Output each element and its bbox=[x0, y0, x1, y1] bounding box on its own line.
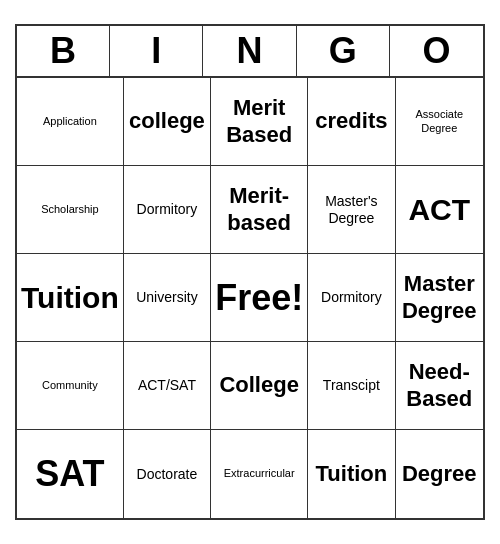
cell-text: Degree bbox=[402, 461, 477, 487]
cell-text: University bbox=[136, 289, 197, 306]
bingo-cell[interactable]: Dormitory bbox=[308, 254, 395, 342]
bingo-cell[interactable]: ACT bbox=[396, 166, 483, 254]
cell-text: college bbox=[129, 108, 205, 134]
bingo-cell[interactable]: Tuition bbox=[308, 430, 395, 518]
bingo-cell[interactable]: SAT bbox=[17, 430, 124, 518]
cell-text: Free! bbox=[215, 276, 303, 319]
bingo-cell[interactable]: Master Degree bbox=[396, 254, 483, 342]
cell-text: Doctorate bbox=[137, 466, 198, 483]
cell-text: Dormitory bbox=[321, 289, 382, 306]
bingo-cell[interactable]: Merit-based bbox=[211, 166, 308, 254]
cell-text: Need-Based bbox=[400, 359, 479, 412]
bingo-cell[interactable]: Need-Based bbox=[396, 342, 483, 430]
cell-text: Tuition bbox=[316, 461, 388, 487]
cell-text: Merit Based bbox=[215, 95, 303, 148]
header-letter: O bbox=[390, 26, 483, 76]
cell-text: Community bbox=[42, 379, 98, 392]
bingo-cell[interactable]: Associate Degree bbox=[396, 78, 483, 166]
cell-text: Master's Degree bbox=[312, 193, 390, 227]
cell-text: Tuition bbox=[21, 280, 119, 316]
bingo-cell[interactable]: Extracurricular bbox=[211, 430, 308, 518]
bingo-cell[interactable]: Master's Degree bbox=[308, 166, 395, 254]
cell-text: Master Degree bbox=[400, 271, 479, 324]
bingo-cell[interactable]: credits bbox=[308, 78, 395, 166]
cell-text: Associate Degree bbox=[400, 108, 479, 134]
bingo-cell[interactable]: Community bbox=[17, 342, 124, 430]
bingo-cell[interactable]: ACT/SAT bbox=[124, 342, 211, 430]
bingo-cell[interactable]: University bbox=[124, 254, 211, 342]
bingo-cell[interactable]: Merit Based bbox=[211, 78, 308, 166]
bingo-grid: ApplicationcollegeMerit BasedcreditsAsso… bbox=[17, 78, 483, 518]
bingo-cell[interactable]: Transcipt bbox=[308, 342, 395, 430]
cell-text: College bbox=[219, 372, 298, 398]
bingo-cell[interactable]: Dormitory bbox=[124, 166, 211, 254]
header-letter: N bbox=[203, 26, 296, 76]
bingo-cell[interactable]: college bbox=[124, 78, 211, 166]
bingo-card: BINGO ApplicationcollegeMerit Basedcredi… bbox=[15, 24, 485, 520]
bingo-cell[interactable]: Tuition bbox=[17, 254, 124, 342]
bingo-cell[interactable]: Free! bbox=[211, 254, 308, 342]
header-letter: B bbox=[17, 26, 110, 76]
bingo-cell[interactable]: Scholarship bbox=[17, 166, 124, 254]
cell-text: ACT/SAT bbox=[138, 377, 196, 394]
bingo-cell[interactable]: Degree bbox=[396, 430, 483, 518]
cell-text: Merit-based bbox=[215, 183, 303, 236]
cell-text: Extracurricular bbox=[224, 467, 295, 480]
bingo-cell[interactable]: Doctorate bbox=[124, 430, 211, 518]
header-letter: I bbox=[110, 26, 203, 76]
cell-text: credits bbox=[315, 108, 387, 134]
cell-text: Scholarship bbox=[41, 203, 98, 216]
bingo-header: BINGO bbox=[17, 26, 483, 78]
cell-text: Application bbox=[43, 115, 97, 128]
cell-text: SAT bbox=[35, 452, 104, 495]
cell-text: ACT bbox=[408, 192, 470, 228]
cell-text: Transcipt bbox=[323, 377, 380, 394]
bingo-cell[interactable]: Application bbox=[17, 78, 124, 166]
bingo-cell[interactable]: College bbox=[211, 342, 308, 430]
cell-text: Dormitory bbox=[137, 201, 198, 218]
header-letter: G bbox=[297, 26, 390, 76]
